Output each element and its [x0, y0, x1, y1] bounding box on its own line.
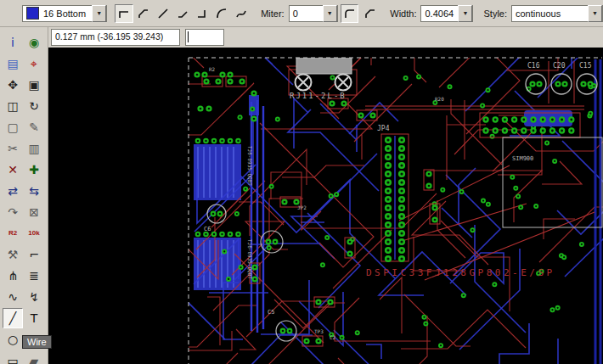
board-canvas[interactable]: RJ11-2L-BJP4DSPIC33FJ128GP802-E/SPSIM900… [48, 48, 603, 364]
layer-color-swatch [26, 7, 39, 20]
display-tool[interactable]: ▤ [3, 53, 23, 74]
mark-icon: ⌖ [31, 58, 37, 70]
bend-style-45-start-button[interactable] [134, 4, 153, 23]
ripup-tool[interactable]: ↯ [24, 287, 44, 307]
paste-tool[interactable]: ▥ [24, 138, 44, 159]
name-tool[interactable]: R2 [3, 223, 23, 244]
chevron-down-icon[interactable]: ▼ [92, 5, 106, 22]
layer-select[interactable]: 16 Bottom ▼ [22, 5, 107, 22]
bend-90-start-icon [117, 7, 131, 20]
info-tool[interactable]: i [3, 32, 23, 53]
route-icon: ∿ [8, 291, 18, 303]
change-tool[interactable]: ✎ [24, 117, 44, 137]
move-tool[interactable]: ✥ [3, 75, 23, 95]
lock-tool[interactable]: ⊠ [24, 202, 44, 222]
pcb-label: JP4 [377, 125, 390, 132]
command-input[interactable] [185, 29, 224, 46]
style-label: Style: [483, 8, 507, 19]
rotate-tool[interactable]: ↻ [24, 96, 44, 116]
pcb-label: TP3 [314, 328, 324, 334]
pcb-label: C6 [204, 226, 211, 232]
smash-tool[interactable]: ⚒ [3, 244, 23, 265]
style-select-value: continuous [516, 8, 561, 19]
cut-tool[interactable]: ✂ [3, 138, 23, 159]
lock-icon: ⊠ [29, 206, 39, 218]
text-caret [188, 31, 189, 42]
ripup-icon: ↯ [29, 291, 39, 303]
bend-style-90-end-button[interactable] [193, 4, 211, 23]
miter-label: Miter: [261, 8, 285, 19]
command-bar: 0.127 mm (-36.195 39.243) [48, 27, 603, 48]
copy-tool[interactable]: ▣ [24, 75, 44, 95]
pcb-label: TJ6-0935-QQBT [247, 146, 253, 186]
pcb-label: DSPIC33FJ128GP802-E/SP [366, 267, 555, 278]
show-tool[interactable]: ◉ [24, 32, 44, 53]
value-tool[interactable]: 10k [24, 223, 44, 244]
value-icon: 10k [28, 230, 39, 237]
pcb-label: R20 [435, 96, 444, 102]
pinswap-tool[interactable]: ⇄ [3, 181, 23, 201]
mirror-icon: ◫ [7, 100, 18, 112]
delete-tool[interactable]: ✕ [3, 160, 23, 180]
miter-select[interactable]: 0 ▼ [289, 5, 338, 22]
parameter-toolbar: 16 Bottom ▼ [0, 0, 603, 27]
pcb-label: C16 [527, 62, 540, 70]
bend-style-straight-button[interactable] [154, 4, 172, 23]
miter-tool[interactable]: ⌐ [24, 244, 44, 265]
add-icon: ✚ [29, 164, 39, 176]
replace-icon: ↷ [8, 206, 18, 218]
bend-freehand-icon [234, 7, 248, 20]
chevron-down-icon[interactable]: ▼ [588, 5, 602, 22]
optimize-icon: ≣ [29, 270, 39, 282]
mark-tool[interactable]: ⌖ [24, 53, 44, 74]
tool-grid: i◉▤⌖✥▣◫↻▢✎✂▥✕✚⇄⇆↷⊠R210k⚒⌐⋔≣∿↯╱T○◠▭▰ [3, 32, 48, 364]
miter-straight-button[interactable] [361, 4, 380, 23]
paste-icon: ▥ [28, 143, 39, 154]
text-tool[interactable]: T [24, 308, 44, 328]
wire-icon: ╱ [9, 312, 16, 324]
replace-tool[interactable]: ↷ [3, 202, 23, 222]
route-tool[interactable]: ∿ [3, 287, 23, 307]
bend-45-end-icon [176, 7, 189, 20]
split-icon: ⋔ [8, 270, 18, 282]
bend-style-arc-button[interactable] [212, 4, 231, 23]
bend-style-45-end-button[interactable] [173, 4, 192, 23]
style-select[interactable]: continuous ▼ [511, 5, 603, 22]
wire-bend-buttons [115, 4, 251, 23]
pcb-label: C2 [330, 334, 336, 340]
move-icon: ✥ [8, 79, 18, 91]
cut-icon: ✂ [8, 143, 18, 154]
copy-icon: ▣ [28, 79, 39, 91]
pcb-label: JP2 [297, 204, 307, 210]
delete-icon: ✕ [8, 164, 18, 176]
circle-icon: ○ [8, 333, 18, 345]
split-tool[interactable]: ⋔ [3, 266, 23, 286]
change-icon: ✎ [29, 121, 39, 133]
pcb-svg[interactable]: RJ11-2L-BJP4DSPIC33FJ128GP802-E/SPSIM900… [48, 48, 603, 364]
polygon-tool[interactable]: ▰ [24, 350, 44, 364]
width-label: Width: [390, 8, 416, 19]
pinswap-icon: ⇄ [8, 185, 18, 197]
miter-select-value: 0 [293, 8, 298, 19]
gateswap-tool[interactable]: ⇆ [24, 181, 44, 201]
circle-tool[interactable]: ○ [3, 329, 23, 350]
wire-tool[interactable]: ╱ [3, 308, 23, 328]
width-input[interactable]: 0.4064 ▼ [420, 5, 473, 22]
bend-style-90-start-button[interactable] [115, 4, 133, 23]
chevron-down-icon[interactable]: ▼ [458, 5, 472, 22]
rotate-icon: ↻ [29, 100, 39, 112]
mirror-tool[interactable]: ◫ [3, 96, 23, 116]
group-tool[interactable]: ▢ [3, 117, 23, 137]
chevron-down-icon[interactable]: ▼ [323, 5, 337, 22]
optimize-tool[interactable]: ≣ [24, 266, 44, 286]
bend-style-freehand-button[interactable] [232, 4, 251, 23]
bend-straight-icon [156, 7, 170, 20]
rect-tool[interactable]: ▭ [3, 350, 23, 364]
pcb-label: C15 [579, 62, 592, 70]
width-value: 0.4064 [425, 8, 454, 19]
miter-round-button[interactable] [341, 4, 359, 23]
add-tool[interactable]: ✚ [24, 160, 44, 180]
coordinate-display: 0.127 mm (-36.195 39.243) [51, 29, 180, 46]
polygon-icon: ▰ [30, 355, 39, 364]
tool-palette: i◉▤⌖✥▣◫↻▢✎✂▥✕✚⇄⇆↷⊠R210k⚒⌐⋔≣∿↯╱T○◠▭▰ [0, 27, 48, 364]
